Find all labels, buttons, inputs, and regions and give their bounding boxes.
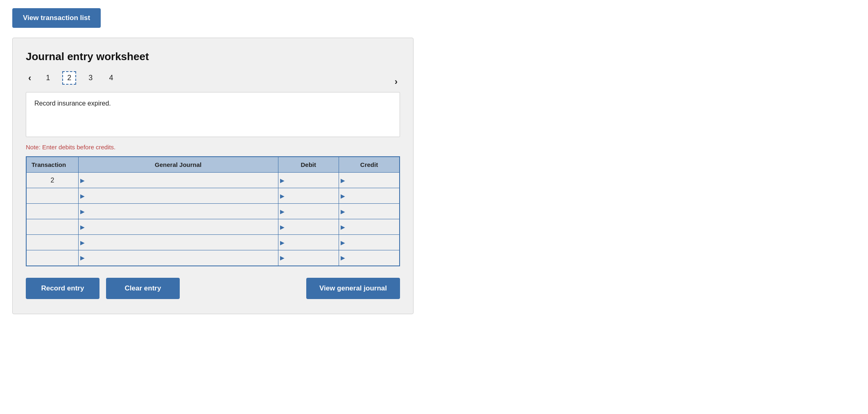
debit-cell[interactable]: ▶ bbox=[278, 188, 339, 204]
transaction-cell bbox=[26, 204, 78, 219]
general-journal-cell[interactable]: ▶ bbox=[78, 219, 278, 235]
credit-input[interactable] bbox=[346, 188, 399, 203]
view-transaction-list-button[interactable]: View transaction list bbox=[12, 8, 101, 28]
cell-arrow-icon: ▶ bbox=[280, 177, 285, 184]
cell-arrow-icon: ▶ bbox=[80, 254, 85, 261]
general-journal-input[interactable] bbox=[86, 219, 278, 234]
view-general-journal-button[interactable]: View general journal bbox=[306, 278, 400, 299]
cell-arrow-icon: ▶ bbox=[80, 177, 85, 184]
note-text: Note: Enter debits before credits. bbox=[26, 144, 400, 151]
cell-arrow-icon: ▶ bbox=[341, 177, 345, 184]
credit-input[interactable] bbox=[346, 173, 399, 188]
description-box: Record insurance expired. bbox=[26, 92, 400, 137]
credit-input[interactable] bbox=[346, 250, 399, 266]
debit-input[interactable] bbox=[285, 188, 339, 203]
credit-cell[interactable]: ▶ bbox=[339, 173, 400, 188]
pagination-page-3[interactable]: 3 bbox=[84, 72, 97, 84]
transaction-cell: 2 bbox=[26, 173, 78, 188]
general-journal-input[interactable] bbox=[86, 250, 278, 266]
pagination-prev-button[interactable]: ‹ bbox=[26, 72, 34, 84]
clear-entry-button[interactable]: Clear entry bbox=[106, 278, 180, 299]
cell-arrow-icon: ▶ bbox=[280, 254, 285, 261]
worksheet-title: Journal entry worksheet bbox=[26, 50, 400, 63]
general-journal-cell[interactable]: ▶ bbox=[78, 235, 278, 250]
general-journal-input[interactable] bbox=[86, 188, 278, 203]
cell-arrow-icon: ▶ bbox=[280, 208, 285, 215]
credit-cell[interactable]: ▶ bbox=[339, 188, 400, 204]
general-journal-cell[interactable]: ▶ bbox=[78, 250, 278, 266]
transaction-cell bbox=[26, 235, 78, 250]
cell-arrow-icon: ▶ bbox=[341, 224, 345, 230]
record-entry-button[interactable]: Record entry bbox=[26, 278, 99, 299]
general-journal-input[interactable] bbox=[86, 204, 278, 219]
general-journal-cell[interactable]: ▶ bbox=[78, 204, 278, 219]
table-row: ▶▶▶ bbox=[26, 219, 400, 235]
credit-cell[interactable]: ▶ bbox=[339, 250, 400, 266]
cell-arrow-icon: ▶ bbox=[280, 224, 285, 230]
table-row: ▶▶▶ bbox=[26, 188, 400, 204]
credit-input[interactable] bbox=[346, 235, 399, 250]
debit-cell[interactable]: ▶ bbox=[278, 235, 339, 250]
pagination-page-2[interactable]: 2 bbox=[62, 71, 76, 85]
col-header-debit: Debit bbox=[278, 157, 339, 173]
table-row: ▶▶▶ bbox=[26, 204, 400, 219]
debit-cell[interactable]: ▶ bbox=[278, 219, 339, 235]
cell-arrow-icon: ▶ bbox=[80, 239, 85, 246]
pagination-page-1[interactable]: 1 bbox=[42, 72, 54, 84]
col-header-general-journal: General Journal bbox=[78, 157, 278, 173]
transaction-cell bbox=[26, 219, 78, 235]
debit-input[interactable] bbox=[285, 204, 339, 219]
debit-input[interactable] bbox=[285, 219, 339, 234]
cell-arrow-icon: ▶ bbox=[280, 193, 285, 199]
cell-arrow-icon: ▶ bbox=[341, 254, 345, 261]
cell-arrow-icon: ▶ bbox=[80, 224, 85, 230]
cell-arrow-icon: ▶ bbox=[341, 239, 345, 246]
debit-cell[interactable]: ▶ bbox=[278, 204, 339, 219]
table-row: 2▶▶▶ bbox=[26, 173, 400, 188]
pagination-next-button[interactable]: › bbox=[392, 76, 400, 88]
transaction-cell bbox=[26, 250, 78, 266]
credit-input[interactable] bbox=[346, 219, 399, 234]
general-journal-cell[interactable]: ▶ bbox=[78, 188, 278, 204]
worksheet-container: Journal entry worksheet ‹ 1 2 3 4 › Reco… bbox=[12, 38, 414, 314]
debit-cell[interactable]: ▶ bbox=[278, 173, 339, 188]
cell-arrow-icon: ▶ bbox=[341, 208, 345, 215]
transaction-cell bbox=[26, 188, 78, 204]
col-header-credit: Credit bbox=[339, 157, 400, 173]
general-journal-input[interactable] bbox=[86, 235, 278, 250]
credit-input[interactable] bbox=[346, 204, 399, 219]
cell-arrow-icon: ▶ bbox=[280, 239, 285, 246]
credit-cell[interactable]: ▶ bbox=[339, 219, 400, 235]
debit-input[interactable] bbox=[285, 250, 339, 266]
table-row: ▶▶▶ bbox=[26, 250, 400, 266]
pagination: ‹ 1 2 3 4 bbox=[26, 71, 117, 85]
credit-cell[interactable]: ▶ bbox=[339, 235, 400, 250]
journal-table: Transaction General Journal Debit Credit… bbox=[26, 156, 400, 266]
debit-input[interactable] bbox=[285, 235, 339, 250]
table-row: ▶▶▶ bbox=[26, 235, 400, 250]
pagination-page-4[interactable]: 4 bbox=[105, 72, 117, 84]
credit-cell[interactable]: ▶ bbox=[339, 204, 400, 219]
cell-arrow-icon: ▶ bbox=[341, 193, 345, 199]
general-journal-input[interactable] bbox=[86, 173, 278, 188]
general-journal-cell[interactable]: ▶ bbox=[78, 173, 278, 188]
buttons-row: Record entry Clear entry View general jo… bbox=[26, 278, 400, 299]
cell-arrow-icon: ▶ bbox=[80, 193, 85, 199]
debit-input[interactable] bbox=[285, 173, 339, 188]
cell-arrow-icon: ▶ bbox=[80, 208, 85, 215]
col-header-transaction: Transaction bbox=[26, 157, 78, 173]
debit-cell[interactable]: ▶ bbox=[278, 250, 339, 266]
